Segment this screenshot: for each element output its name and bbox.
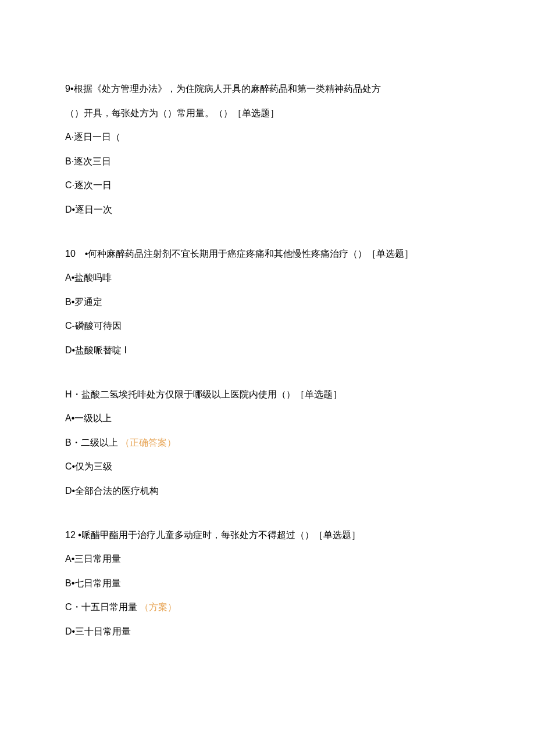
option-a: A·逐日一日（ — [65, 130, 470, 145]
option-c: C・十五日常用量 （方案） — [65, 600, 470, 615]
option-label: A•三日常用量 — [65, 554, 121, 564]
question-text-line1: 10 •何种麻醉药品注射剂不宜长期用于癌症疼痛和其他慢性疼痛治疗（）［单选题］ — [65, 246, 470, 261]
option-label: A•盐酸吗啡 — [65, 273, 112, 282]
question-block-10: 10 •何种麻醉药品注射剂不宜长期用于癌症疼痛和其他慢性疼痛治疗（）［单选题］ … — [65, 246, 470, 358]
option-label: D•逐日一次 — [65, 205, 112, 214]
option-a: A•盐酸吗啡 — [65, 270, 470, 285]
option-label: A·逐日一日（ — [65, 132, 120, 142]
option-label: B·逐次三日 — [65, 156, 111, 166]
answer-mark: （正确答案） — [120, 438, 176, 447]
option-c: C-磷酸可待因 — [65, 318, 470, 334]
option-label: C·逐次一日 — [65, 180, 112, 190]
question-text-line1: 9•根据《处方管理办法》，为住院病人开具的麻醉药品和第一类精神药品处方 — [65, 81, 470, 96]
option-c: C·逐次一日 — [65, 178, 470, 193]
option-a: A•一级以上 — [65, 411, 470, 426]
question-text-line2: （）开具，每张处方为（）常用量。（）［单选题］ — [65, 106, 470, 121]
option-c: C•仅为三级 — [65, 459, 470, 474]
option-label: C•仅为三级 — [65, 461, 112, 471]
option-d: D•全部合法的医疗机构 — [65, 483, 470, 499]
question-block-12: 12 •哌醋甲酯用于治疗儿童多动症时，每张处方不得超过（）［单选题］ A•三日常… — [65, 528, 470, 639]
option-label: C・十五日常用量 — [65, 602, 137, 612]
option-label: D•盐酸哌替啶 I — [65, 345, 127, 355]
option-label: D•三十日常用量 — [65, 626, 131, 636]
question-block-9: 9•根据《处方管理办法》，为住院病人开具的麻醉药品和第一类精神药品处方 （）开具… — [65, 81, 470, 217]
option-b: B•罗通定 — [65, 295, 470, 310]
option-d: D•逐日一次 — [65, 202, 470, 217]
option-d: D•盐酸哌替啶 I — [65, 343, 470, 358]
option-b: B・二级以上 （正确答案） — [65, 435, 470, 450]
answer-mark: （方案） — [140, 602, 177, 612]
option-label: B•罗通定 — [65, 297, 102, 307]
option-b: B·逐次三日 — [65, 154, 470, 169]
question-text-line1: H・盐酸二氢埃托啡处方仅限于哪级以上医院内使用（）［单选题］ — [65, 387, 470, 402]
option-label: A•一级以上 — [65, 413, 112, 423]
option-d: D•三十日常用量 — [65, 624, 470, 639]
option-label: D•全部合法的医疗机构 — [65, 486, 159, 496]
option-b: B•七日常用量 — [65, 576, 470, 591]
option-label: B•七日常用量 — [65, 578, 121, 588]
option-a: A•三日常用量 — [65, 551, 470, 567]
question-text-line1: 12 •哌醋甲酯用于治疗儿童多动症时，每张处方不得超过（）［单选题］ — [65, 528, 470, 543]
option-label: C-磷酸可待因 — [65, 321, 122, 331]
question-block-h: H・盐酸二氢埃托啡处方仅限于哪级以上医院内使用（）［单选题］ A•一级以上 B・… — [65, 387, 470, 499]
option-label: B・二级以上 — [65, 438, 118, 447]
